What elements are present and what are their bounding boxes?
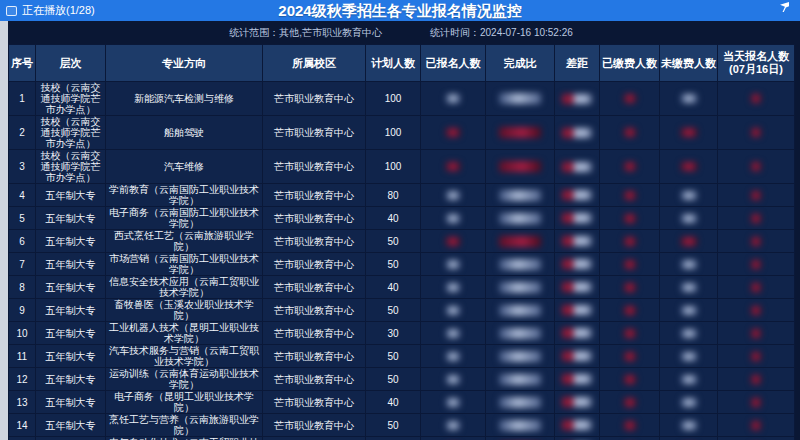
table-head: 序号层次专业方向所属校区计划人数已报名人数完成比差距已缴费人数未缴费人数当天报名…	[9, 45, 795, 82]
masked-value	[751, 375, 761, 384]
left-edge-strip	[0, 21, 8, 440]
cell-major: 信息安全技术应用（云南工贸职业技术学院）	[106, 276, 263, 299]
cell-major: 学前教育（云南国防工业职业技术学院）	[106, 184, 263, 207]
cell-level: 五年制大专	[36, 207, 106, 230]
masked-value	[499, 305, 541, 316]
cell-gap	[555, 82, 600, 116]
masked-value	[499, 236, 541, 247]
column-header-no: 序号	[9, 45, 36, 82]
cell-level: 五年制大专	[36, 253, 106, 276]
masked-value	[681, 214, 697, 223]
table-row: 3技校（云南交通技师学院芒市办学点）汽车维修芒市职业教育中心100	[9, 150, 795, 184]
column-header-gap: 差距	[555, 45, 600, 82]
masked-value	[562, 420, 592, 430]
cell-major: 汽车维修	[106, 150, 263, 184]
cell-paid	[600, 207, 660, 230]
stats-scope-label: 统计范围：	[229, 27, 279, 38]
masked-value	[446, 162, 460, 171]
cell-gap	[555, 276, 600, 299]
masked-value	[624, 329, 636, 338]
column-header-today: 当天报名人数 (07月16日)	[718, 45, 795, 82]
cell-major: 烹饪工艺与营养（云南旅游职业学院）	[106, 414, 263, 437]
cell-plan: 40	[366, 207, 421, 230]
masked-value	[681, 306, 697, 315]
cell-completion	[486, 184, 555, 207]
masked-value	[624, 191, 636, 200]
masked-value	[446, 237, 460, 246]
column-header-major: 专业方向	[106, 45, 263, 82]
cell-no: 13	[9, 391, 36, 414]
table-row: 10五年制大专工业机器人技术（昆明工业职业技术学院）芒市职业教育中心30	[9, 322, 795, 345]
masked-value	[751, 329, 761, 338]
masked-value	[562, 259, 592, 269]
masked-value	[499, 259, 541, 270]
column-header-reported: 已报名人数	[421, 45, 486, 82]
cell-unpaid	[660, 230, 718, 253]
stats-scope: 统计范围：其他,芒市职业教育中心	[229, 26, 382, 40]
cell-reported	[421, 184, 486, 207]
column-header-campus: 所属校区	[263, 45, 366, 82]
masked-value	[624, 306, 636, 315]
stats-meta: 统计范围：其他,芒市职业教育中心 统计时间：2024-07-16 10:52:2…	[8, 22, 794, 43]
masked-value	[499, 190, 541, 201]
cell-plan: 50	[366, 437, 421, 440]
masked-value	[562, 397, 592, 407]
masked-value	[681, 191, 697, 200]
cell-major: 船舶驾驶	[106, 116, 263, 150]
masked-value	[562, 190, 592, 200]
cell-gap	[555, 299, 600, 322]
masked-value	[751, 283, 761, 292]
table-row: 14五年制大专烹饪工艺与营养（云南旅游职业学院）芒市职业教育中心50	[9, 414, 795, 437]
cell-today	[718, 299, 795, 322]
table-row: 5五年制大专电子商务（云南国防工业职业技术学院）芒市职业教育中心40	[9, 207, 795, 230]
table-row: 4五年制大专学前教育（云南国防工业职业技术学院）芒市职业教育中心80	[9, 184, 795, 207]
cell-paid	[600, 322, 660, 345]
cell-today	[718, 276, 795, 299]
masked-value	[624, 421, 636, 430]
cell-campus: 芒市职业教育中心	[263, 414, 366, 437]
cell-unpaid	[660, 276, 718, 299]
cell-level: 五年制大专	[36, 345, 106, 368]
masked-value	[562, 128, 592, 138]
cell-unpaid	[660, 368, 718, 391]
cell-unpaid	[660, 207, 718, 230]
cell-plan: 100	[366, 150, 421, 184]
cell-today	[718, 230, 795, 253]
masked-value	[446, 128, 460, 137]
cell-level: 五年制大专	[36, 391, 106, 414]
cell-campus: 芒市职业教育中心	[263, 253, 366, 276]
cell-major: 工业机器人技术（昆明工业职业技术学院）	[106, 322, 263, 345]
masked-value	[446, 214, 460, 223]
cell-today	[718, 322, 795, 345]
cell-no: 6	[9, 230, 36, 253]
cell-major: 电气自动化技术（云南工贸职业技术学院）	[106, 437, 263, 440]
cell-gap	[555, 391, 600, 414]
cell-completion	[486, 414, 555, 437]
masked-value	[562, 94, 592, 104]
stats-time: 统计时间：2024-07-16 10:52:26	[430, 26, 573, 40]
masked-value	[499, 93, 541, 104]
masked-value	[446, 421, 460, 430]
cell-paid	[600, 437, 660, 440]
cell-reported	[421, 437, 486, 440]
cell-reported	[421, 414, 486, 437]
column-header-level: 层次	[36, 45, 106, 82]
masked-value	[681, 283, 697, 292]
cell-paid	[600, 150, 660, 184]
cell-gap	[555, 368, 600, 391]
cell-major: 电子商务（云南国防工业职业技术学院）	[106, 207, 263, 230]
masked-value	[751, 306, 761, 315]
cell-plan: 100	[366, 116, 421, 150]
cell-completion	[486, 322, 555, 345]
cell-today	[718, 345, 795, 368]
cell-gap	[555, 230, 600, 253]
cell-gap	[555, 414, 600, 437]
cell-plan: 50	[366, 299, 421, 322]
playing-status[interactable]: 正在播放(1/28)	[6, 3, 95, 18]
cell-campus: 芒市职业教育中心	[263, 368, 366, 391]
cell-level: 五年制大专	[36, 230, 106, 253]
cell-level: 技校（云南交通技师学院芒市办学点）	[36, 116, 106, 150]
masked-value	[499, 282, 541, 293]
page-title: 2024级秋季招生各专业报名情况监控	[278, 0, 521, 21]
cell-unpaid	[660, 437, 718, 440]
